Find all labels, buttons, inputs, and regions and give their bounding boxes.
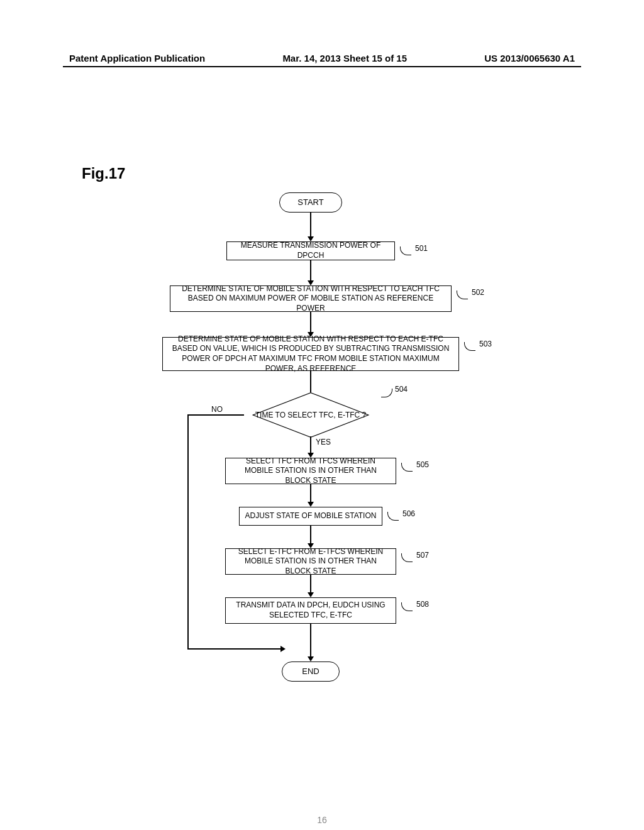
- step-503-text: DETERMINE STATE OF MOBILE STATION WITH R…: [168, 335, 453, 374]
- ref-curve-icon: [387, 512, 399, 521]
- step-508-text: TRANSMIT DATA IN DPCH, EUDCH USING SELEC…: [231, 600, 391, 620]
- step-501-text: MEASURE TRANSMISSION POWER OF DPCCH: [232, 241, 389, 260]
- header-right: US 2013/0065630 A1: [484, 53, 575, 64]
- ref-507: 507: [416, 551, 429, 560]
- connector: [310, 484, 311, 503]
- connector: [310, 624, 311, 658]
- step-507: SELECT E-TFC FROM E-TFCS WHEREIN MOBILE …: [225, 548, 396, 575]
- arrow-down-icon: [308, 502, 314, 507]
- step-505-text: SELECT TFC FROM TFCS WHEREIN MOBILE STAT…: [231, 456, 391, 486]
- ref-505: 505: [416, 460, 429, 469]
- step-508: TRANSMIT DATA IN DPCH, EUDCH USING SELEC…: [225, 597, 396, 624]
- step-506-text: ADJUST STATE OF MOBILE STATION: [245, 511, 377, 521]
- ref-curve-icon: [464, 342, 475, 351]
- ref-504: 504: [395, 385, 408, 394]
- page-number: 16: [0, 815, 644, 825]
- ref-curve-icon: [401, 553, 413, 562]
- ref-curve-icon: [400, 246, 411, 255]
- ref-curve-icon: [457, 290, 468, 299]
- no-label: NO: [211, 405, 223, 414]
- header-center: Mar. 14, 2013 Sheet 15 of 15: [282, 53, 407, 64]
- ref-503: 503: [479, 340, 492, 348]
- header-left: Patent Application Publication: [69, 53, 205, 64]
- connector: [310, 575, 311, 594]
- step-507-text: SELECT E-TFC FROM E-TFCS WHEREIN MOBILE …: [231, 547, 391, 577]
- header-rule: [63, 66, 581, 67]
- ref-curve-icon: [401, 602, 413, 611]
- connector: [310, 436, 311, 454]
- connector: [187, 648, 282, 650]
- decision-504: TIME TO SELECT TFC, E-TFC ?: [248, 390, 374, 440]
- yes-label: YES: [316, 438, 331, 446]
- start-text: START: [297, 197, 323, 208]
- figure-label: Fig.17: [82, 165, 125, 182]
- ref-502: 502: [472, 288, 484, 297]
- ref-506: 506: [402, 509, 415, 518]
- step-501: MEASURE TRANSMISSION POWER OF DPCCH: [226, 241, 395, 260]
- ref-501: 501: [415, 244, 428, 253]
- connector: [310, 526, 311, 545]
- step-505: SELECT TFC FROM TFCS WHEREIN MOBILE STAT…: [225, 458, 396, 484]
- connector: [187, 414, 189, 650]
- step-502: DETERMINE STATE OF MOBILE STATION WITH R…: [170, 285, 452, 312]
- connector: [310, 260, 311, 282]
- step-502-text: DETERMINE STATE OF MOBILE STATION WITH R…: [175, 284, 446, 314]
- step-503: DETERMINE STATE OF MOBILE STATION WITH R…: [162, 337, 459, 371]
- step-506: ADJUST STATE OF MOBILE STATION: [239, 507, 382, 526]
- end-terminator: END: [282, 661, 340, 682]
- connector: [189, 414, 244, 416]
- page-header: Patent Application Publication Mar. 14, …: [0, 53, 644, 64]
- start-terminator: START: [279, 192, 342, 213]
- ref-508: 508: [416, 600, 429, 609]
- connector: [310, 213, 311, 238]
- ref-curve-icon: [401, 463, 413, 472]
- decision-504-text: TIME TO SELECT TFC, E-TFC ?: [255, 411, 366, 420]
- arrow-down-icon: [308, 592, 314, 597]
- connector: [310, 312, 311, 333]
- arrow-down-icon: [308, 656, 314, 661]
- ref-curve-icon: [381, 389, 392, 397]
- end-text: END: [302, 667, 319, 677]
- arrow-right-icon: [280, 646, 286, 652]
